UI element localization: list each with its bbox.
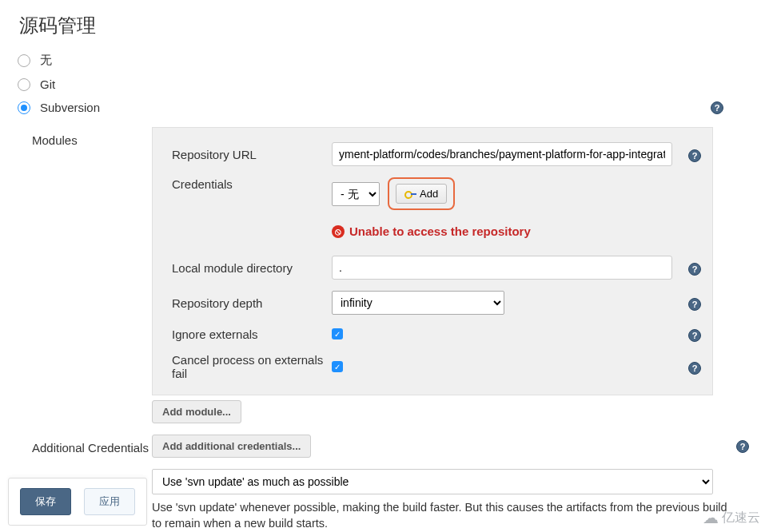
checkout-strategy-select[interactable]: Use 'svn update' as much as possible: [152, 469, 713, 494]
add-credentials-button[interactable]: Add: [396, 184, 447, 204]
scm-option-git[interactable]: Git: [18, 73, 747, 96]
repo-access-error: ⦸ Unable to access the repository: [332, 224, 531, 238]
local-dir-label: Local module directory: [172, 261, 332, 275]
cancel-on-fail-checkbox[interactable]: ✓: [332, 361, 343, 372]
add-module-button[interactable]: Add module...: [152, 400, 241, 423]
watermark: ☁ 亿速云: [703, 508, 760, 527]
scm-option-label: Subversion: [40, 101, 100, 114]
apply-button[interactable]: 应用: [84, 488, 135, 515]
module-box: Repository URL ? Credentials - 无 -: [152, 127, 713, 395]
help-icon[interactable]: ?: [711, 101, 723, 114]
credentials-label: Credentials: [172, 177, 332, 191]
repo-url-input[interactable]: [332, 142, 672, 166]
error-icon: ⦸: [332, 225, 345, 238]
depth-label: Repository depth: [172, 296, 332, 310]
help-icon[interactable]: ?: [688, 298, 701, 311]
page-title: 源码管理: [0, 0, 765, 48]
cancel-on-fail-label: Cancel process on externals fail: [172, 353, 332, 380]
cloud-icon: ☁: [703, 508, 719, 527]
ignore-externals-label: Ignore externals: [172, 328, 332, 341]
scm-radio-group: 无 Git Subversion ?: [0, 48, 765, 119]
depth-select[interactable]: infinity: [332, 291, 504, 315]
section-label-additional-creds: Additional Credentials: [32, 435, 152, 455]
help-icon[interactable]: ?: [688, 329, 701, 342]
radio-icon: [18, 78, 30, 91]
scm-option-subversion[interactable]: Subversion ?: [18, 96, 747, 119]
scm-option-label: 无: [40, 53, 52, 68]
save-button[interactable]: 保存: [20, 488, 71, 515]
repo-url-label: Repository URL: [172, 148, 332, 161]
key-icon: [404, 191, 416, 197]
error-text: Unable to access the repository: [349, 224, 531, 238]
help-icon[interactable]: ?: [688, 362, 701, 375]
subversion-config: Modules Repository URL ? Credentials -: [32, 127, 765, 532]
scm-option-label: Git: [40, 77, 55, 91]
local-dir-input[interactable]: [332, 256, 672, 280]
actions-bar: 保存 应用: [8, 478, 147, 526]
add-credentials-highlight: Add: [388, 177, 455, 210]
help-icon[interactable]: ?: [736, 440, 749, 453]
watermark-text: 亿速云: [722, 510, 760, 526]
credentials-select[interactable]: - 无 -: [332, 182, 380, 206]
section-label-modules: Modules: [32, 127, 152, 147]
help-icon[interactable]: ?: [688, 263, 701, 276]
ignore-externals-checkbox[interactable]: ✓: [332, 328, 343, 339]
radio-icon: [18, 54, 30, 67]
add-additional-credentials-button[interactable]: Add additional credentials...: [152, 435, 311, 458]
scm-option-none[interactable]: 无: [18, 48, 747, 73]
add-button-label: Add: [420, 188, 438, 200]
radio-icon-selected: [18, 101, 30, 114]
checkout-strategy-description: Use 'svn update' whenever possible, maki…: [152, 494, 727, 532]
modules-section: Modules Repository URL ? Credentials -: [32, 127, 765, 423]
help-icon[interactable]: ?: [688, 149, 701, 162]
